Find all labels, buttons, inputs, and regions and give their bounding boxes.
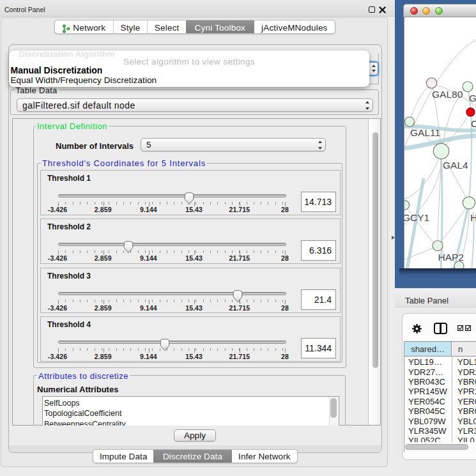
svg-text:HAP2: HAP2 [438,252,464,263]
svg-text:GCY1: GCY1 [404,212,429,223]
svg-text:GAL80: GAL80 [432,89,463,100]
svg-text:H: H [470,212,476,223]
svg-text:GAL11: GAL11 [410,127,440,138]
svg-text:GAL4: GAL4 [443,160,468,171]
svg-text:C: C [471,118,476,129]
svg-text:GA: GA [469,93,476,104]
